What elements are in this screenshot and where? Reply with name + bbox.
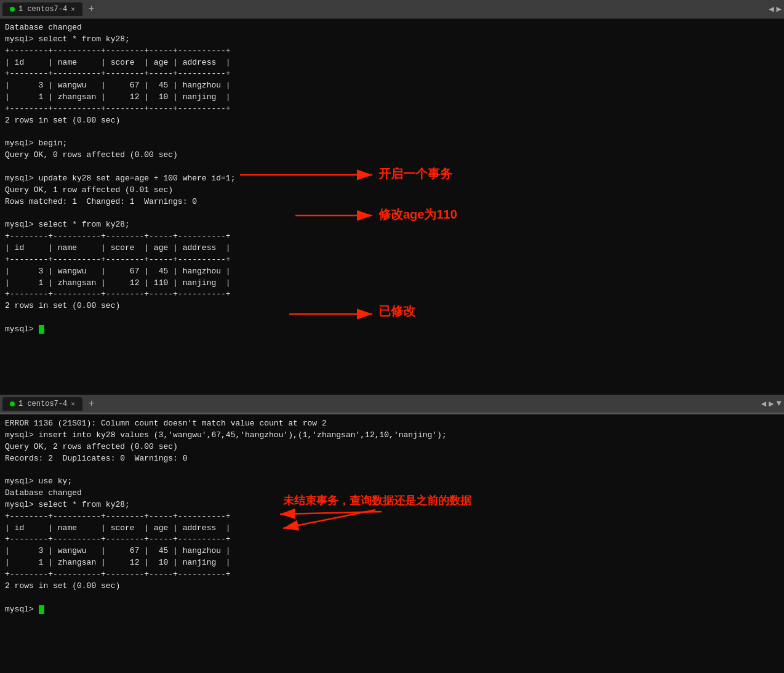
bline-9: +--------+----------+--------+-----+----… bbox=[5, 511, 779, 523]
bline-3: Query OK, 2 rows affected (0.00 sec) bbox=[5, 441, 779, 453]
bottom-nav-menu[interactable]: ▼ bbox=[777, 398, 782, 409]
line-19: +--------+----------+--------+-----+----… bbox=[5, 231, 779, 243]
bline-13: | 1 | zhangsan | 12 | 10 | nanjing | bbox=[5, 557, 779, 569]
nav-prev[interactable]: ◀ bbox=[769, 4, 774, 14]
nav-next[interactable]: ▶ bbox=[777, 4, 782, 14]
top-tab-close[interactable]: ✕ bbox=[71, 5, 75, 13]
bottom-tab-nav: ◀ ▶ ▼ bbox=[761, 398, 782, 409]
top-tab-bar: 1 centos7-4 ✕ + ◀ ▶ bbox=[0, 0, 784, 18]
line-2: mysql> select * from ky28; bbox=[5, 34, 779, 46]
cursor-bottom bbox=[39, 605, 44, 614]
bline-5 bbox=[5, 464, 779, 476]
bottom-tab[interactable]: 1 centos7-4 ✕ bbox=[2, 397, 82, 411]
bline-1: ERROR 1136 (21S01): Column count doesn't… bbox=[5, 418, 779, 430]
bline-12: | 3 | wangwu | 67 | 45 | hangzhou | bbox=[5, 546, 779, 557]
line-22: | 3 | wangwu | 67 | 45 | hangzhou | bbox=[5, 266, 779, 278]
top-tab[interactable]: 1 centos7-4 ✕ bbox=[2, 2, 82, 16]
bline-15: 2 rows in set (0.00 sec) bbox=[5, 581, 779, 592]
annotation-begin: 开启一个事务 bbox=[378, 166, 452, 182]
line-3: +--------+----------+--------+-----+----… bbox=[5, 46, 779, 57]
line-8: +--------+----------+--------+-----+----… bbox=[5, 103, 779, 115]
bline-11: +--------+----------+--------+-----+----… bbox=[5, 534, 779, 546]
top-tab-nav: ◀ ▶ bbox=[769, 4, 782, 14]
bline-17: mysql> bbox=[5, 604, 779, 616]
line-11: mysql> begin; bbox=[5, 138, 779, 150]
top-terminal: Database changed mysql> select * from ky… bbox=[0, 18, 784, 395]
line-12: Query OK, 0 rows affected (0.00 sec) bbox=[5, 150, 779, 161]
bottom-terminal: ERROR 1136 (21S01): Column count doesn't… bbox=[0, 413, 784, 673]
line-6: | 3 | wangwu | 67 | 45 | hangzhou | bbox=[5, 80, 779, 92]
line-23: | 1 | zhangsan | 12 | 110 | nanjing | bbox=[5, 278, 779, 289]
bottom-terminal-lines: ERROR 1136 (21S01): Column count doesn't… bbox=[5, 418, 779, 615]
bline-2: mysql> insert into ky28 values (3,'wangw… bbox=[5, 430, 779, 441]
annotation-modified: 已修改 bbox=[378, 303, 415, 320]
line-24: +--------+----------+--------+-----+----… bbox=[5, 289, 779, 300]
bottom-tab-bar: 1 centos7-4 ✕ + ◀ ▶ ▼ bbox=[0, 395, 784, 413]
tab-status-dot bbox=[10, 7, 15, 12]
line-1: Database changed bbox=[5, 22, 779, 34]
line-5: +--------+----------+--------+-----+----… bbox=[5, 68, 779, 80]
bline-4: Records: 2 Duplicates: 0 Warnings: 0 bbox=[5, 453, 779, 465]
bottom-tab-label: 1 centos7-4 bbox=[18, 400, 67, 408]
top-tab-add[interactable]: + bbox=[84, 4, 100, 15]
bline-10: | id | name | score | age | address | bbox=[5, 523, 779, 534]
annotation-update: 修改age为110 bbox=[378, 206, 457, 223]
line-27: mysql> bbox=[5, 324, 779, 336]
bottom-tab-dot bbox=[10, 401, 15, 406]
bottom-tab-add[interactable]: + bbox=[84, 398, 100, 409]
bottom-nav-next[interactable]: ▶ bbox=[769, 398, 774, 409]
line-21: +--------+----------+--------+-----+----… bbox=[5, 254, 779, 266]
bline-16 bbox=[5, 592, 779, 604]
bottom-tab-close[interactable]: ✕ bbox=[71, 400, 75, 408]
bottom-nav-prev[interactable]: ◀ bbox=[761, 398, 766, 409]
line-20: | id | name | score | age | address | bbox=[5, 243, 779, 254]
line-15: Query OK, 1 row affected (0.01 sec) bbox=[5, 185, 779, 196]
bline-14: +--------+----------+--------+-----+----… bbox=[5, 569, 779, 581]
top-tab-label: 1 centos7-4 bbox=[18, 5, 67, 14]
line-10 bbox=[5, 127, 779, 139]
line-9: 2 rows in set (0.00 sec) bbox=[5, 115, 779, 127]
cursor-top bbox=[39, 325, 44, 334]
annotation-no-commit: 未结束事务，查询数据还是之前的数据 bbox=[283, 493, 471, 508]
line-4: | id | name | score | age | address | bbox=[5, 57, 779, 69]
line-7: | 1 | zhangsan | 12 | 10 | nanjing | bbox=[5, 92, 779, 103]
bline-6: mysql> use ky; bbox=[5, 476, 779, 488]
